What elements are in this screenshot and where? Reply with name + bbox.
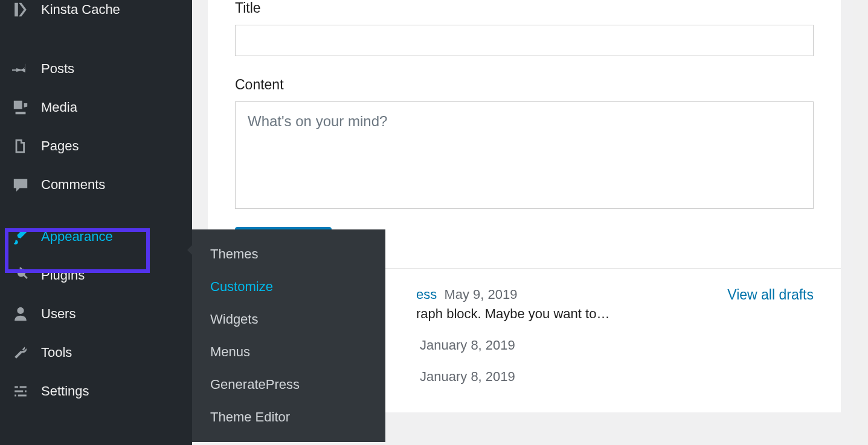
submenu-item-widgets[interactable]: Widgets xyxy=(192,303,385,336)
draft-item: January 8, 2019 xyxy=(416,369,814,385)
sidebar-item-tools[interactable]: Tools xyxy=(0,333,192,372)
sidebar-item-comments[interactable]: Comments xyxy=(0,165,192,204)
admin-sidebar: Kinsta Cache Posts Media Pages Comments … xyxy=(0,0,192,445)
sidebar-item-label: Users xyxy=(41,306,76,322)
sidebar-item-label: Kinsta Cache xyxy=(41,2,120,18)
submenu-label: Customize xyxy=(210,279,273,294)
submenu-label: Widgets xyxy=(210,312,258,327)
draft-date: May 9, 2019 xyxy=(444,287,517,302)
submenu-item-customize[interactable]: Customize xyxy=(192,271,385,303)
draft-excerpt: raph block. Maybe you want to… xyxy=(416,306,814,322)
sidebar-item-label: Posts xyxy=(41,61,74,77)
submenu-label: Theme Editor xyxy=(210,409,290,424)
sidebar-item-label: Comments xyxy=(41,177,105,193)
submenu-label: Menus xyxy=(210,344,250,359)
sidebar-item-label: Media xyxy=(41,100,77,115)
sidebar-item-pages[interactable]: Pages xyxy=(0,127,192,165)
draft-item: January 8, 2019 xyxy=(416,338,814,353)
sidebar-item-settings[interactable]: Settings xyxy=(0,372,192,411)
comment-icon xyxy=(11,175,30,194)
pin-icon xyxy=(11,59,30,78)
sidebar-item-label: Tools xyxy=(41,345,72,360)
content-label: Content xyxy=(235,77,814,93)
submenu-label: GeneratePress xyxy=(210,377,300,392)
title-input[interactable] xyxy=(235,25,814,56)
quick-draft-panel: Title Content Save Draft xyxy=(208,0,841,269)
media-icon xyxy=(11,98,30,117)
sidebar-item-media[interactable]: Media xyxy=(0,88,192,127)
kinsta-icon xyxy=(11,0,30,19)
pages-icon xyxy=(11,136,30,156)
submenu-item-generatepress[interactable]: GeneratePress xyxy=(192,368,385,401)
sidebar-item-label: Plugins xyxy=(41,267,85,283)
submenu-item-menus[interactable]: Menus xyxy=(192,336,385,368)
sidebar-item-plugins[interactable]: Plugins xyxy=(0,256,192,295)
scrollbar[interactable] xyxy=(853,0,868,445)
sliders-icon xyxy=(11,382,30,401)
title-label: Title xyxy=(235,0,814,16)
sidebar-item-users[interactable]: Users xyxy=(0,295,192,333)
view-all-drafts-link[interactable]: View all drafts xyxy=(727,287,814,303)
plug-icon xyxy=(11,266,30,285)
sidebar-item-kinsta-cache[interactable]: Kinsta Cache xyxy=(0,0,192,37)
submenu-item-theme-editor[interactable]: Theme Editor xyxy=(192,401,385,434)
user-icon xyxy=(11,304,30,324)
appearance-submenu: Themes Customize Widgets Menus GenerateP… xyxy=(192,229,385,442)
submenu-label: Themes xyxy=(210,246,258,261)
sidebar-item-appearance[interactable]: Appearance xyxy=(0,217,192,256)
submenu-item-themes[interactable]: Themes xyxy=(192,238,385,271)
brush-icon xyxy=(11,227,30,246)
wrench-icon xyxy=(11,343,30,362)
draft-title[interactable]: ess xyxy=(416,287,437,302)
sidebar-item-label: Appearance xyxy=(41,229,113,245)
draft-date: January 8, 2019 xyxy=(420,369,515,384)
sidebar-item-label: Pages xyxy=(41,138,79,154)
sidebar-item-posts[interactable]: Posts xyxy=(0,50,192,88)
draft-date: January 8, 2019 xyxy=(420,338,515,353)
sidebar-item-label: Settings xyxy=(41,383,89,399)
content-textarea[interactable] xyxy=(235,101,814,209)
